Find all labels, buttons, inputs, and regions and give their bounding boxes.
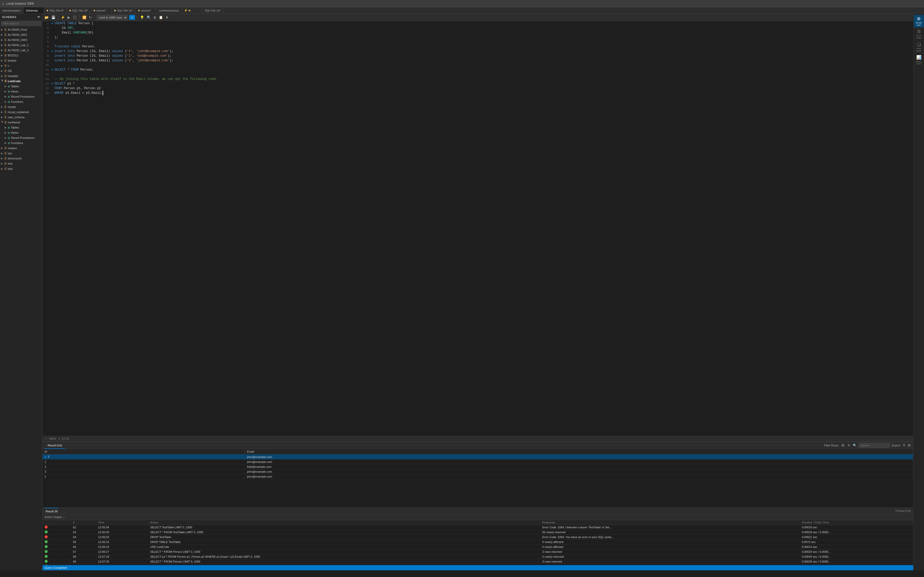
tree-item-leetcode-tables[interactable]: ▶ ⊞ Tables [3, 84, 42, 89]
tab-sqlfile12[interactable]: SQL File 12* [111, 7, 136, 14]
save-file-btn[interactable]: 💾 [51, 15, 56, 20]
tree-item-techcrunch[interactable]: ▶ 🗄 techcrunch [0, 156, 42, 161]
tree-item-new-schema[interactable]: ▶ 🗄 new_schema [0, 114, 42, 120]
tree-item-c[interactable]: ▶ 🗄 c [0, 63, 42, 68]
right-panel-query-stats-btn[interactable]: 📊 Query Stats [914, 53, 924, 66]
tab-sqlfile10b[interactable]: SQL File 10* [202, 7, 223, 14]
query-toolbar: 📂 💾 ⚡ ▶ ⬛ 🔀 ↻ Limit to 1000 rows ✓ 💡 🔍 ⊞… [42, 14, 913, 21]
tree-item-northwind-tables[interactable]: ▶ ⊞ Tables [3, 125, 42, 130]
tree-item-test[interactable]: ▶ 🗄 test [0, 161, 42, 166]
cell-id: 1 [42, 474, 245, 479]
tab-xtreme1[interactable]: xtreme* [91, 7, 111, 14]
sidebar-search-container [0, 20, 42, 27]
db-icon: 🗄 [4, 147, 7, 150]
right-panel-result-grid-btn[interactable]: ⊞ Result Grid [914, 15, 924, 27]
tree-item-hospital[interactable]: ▶ 🗄 Hospital [0, 73, 42, 79]
tab-schemas[interactable]: Schemas [23, 7, 44, 14]
tree-item-aly6030lab1[interactable]: ▶ 🗄 ALY6030_Lab_1 [0, 42, 42, 48]
open-file-btn[interactable]: 📂 [44, 15, 49, 20]
table-row[interactable]: 3 john@example.com [42, 469, 913, 474]
stop-btn[interactable]: ⬛ [72, 15, 78, 20]
zoom-in-btn[interactable]: + [58, 437, 60, 441]
tree-item-aly6030final[interactable]: ▶ 🗄 ALY6030_Final [0, 27, 42, 32]
tab-result-grid[interactable]: Result Grid [45, 442, 65, 449]
table-row[interactable]: 1 john@example.com [42, 474, 913, 479]
editor-line-16: 16 WHERE p1.Email = p2.Email; [42, 91, 913, 95]
tree-item-leetcode-storedprocs[interactable]: ▶ ⊞ Stored Procedures [3, 94, 42, 99]
format-btn[interactable]: 🔍 [146, 15, 151, 20]
tree-arrow: ▶ [5, 85, 7, 88]
tab-northwind[interactable]: northwindmysql [156, 7, 181, 14]
tree-label: Views [11, 90, 18, 93]
action-header-arrow: ⌄ [63, 515, 65, 519]
tree-item-leetcode[interactable]: ▶ 🗄 LeetCode [0, 79, 42, 84]
tree-arrow: ▶ [5, 100, 7, 103]
table-row[interactable]: ▶3 john@example.com [42, 455, 913, 459]
result-search-input[interactable] [859, 443, 890, 448]
tree-item-mysql-explained[interactable]: ▶ 🗄 mysql_explained [0, 110, 42, 114]
tree-item-northwind[interactable]: ▶ 🗄 northwind [0, 120, 42, 125]
import-btn[interactable]: ⬇ [165, 15, 169, 20]
zoom-level: 100% [49, 437, 56, 440]
search-icon: 🔍 [853, 443, 857, 447]
tree-item-aly6030hw2[interactable]: ▶ 🗄 ALY6030_HW2 [0, 32, 42, 37]
tab-modified-dot [114, 10, 116, 11]
export-btn[interactable]: ⬇ [903, 443, 905, 447]
editor[interactable]: 1 ● CREATE TABLE Person { 2 Id INT, 3 Em… [42, 21, 913, 436]
tree-item-northwind-functions[interactable]: ▶ ⊞ Functions [3, 140, 42, 145]
result-table: Id Email ▶3 john@example.com 1 john@exam… [42, 449, 913, 479]
table-row[interactable]: 2 bob@example.com [42, 464, 913, 469]
tab-modified-dot [69, 10, 71, 11]
sidebar-search-input[interactable] [1, 21, 41, 26]
refresh-btn[interactable]: ↻ [89, 15, 92, 20]
run-btn[interactable]: ⚡ [60, 15, 66, 20]
limit-select[interactable]: Limit to 1000 rows [97, 15, 128, 20]
tree-item-northwind-storedprocs[interactable]: ▶ ⊞ Stored Procedures [3, 135, 42, 140]
tree-label: ALY6030_Final [8, 28, 27, 31]
zoom-out-btn[interactable]: − [45, 437, 47, 441]
tab-administration[interactable]: Administration [0, 7, 23, 14]
zoom-bar: − 100% + 27:16 [42, 436, 913, 442]
limit-toggle-btn[interactable]: ✓ [129, 15, 135, 20]
tab-sqlfile10a[interactable]: SQL File 10* [67, 7, 91, 14]
result-tabs-bottom: Result 39 ℹ Read Only [42, 508, 913, 514]
tree-item-recipes[interactable]: ▶ 🗄 recipes [0, 145, 42, 151]
run-selected-btn[interactable]: ▶ [67, 15, 71, 20]
tree-item-aly6030lab2[interactable]: ▶ 🗄 ALY6030_Lab_2 [0, 48, 42, 53]
response-cell: 5 row(s) returned [540, 554, 800, 559]
right-panel-field-types-btn[interactable]: ❏ Field Types [914, 41, 924, 53]
tree-item-ge[interactable]: ▶ 🗄 GE [0, 68, 42, 73]
line-dot-active: ● [51, 81, 53, 86]
tree-item-aly6030hw3[interactable]: ▶ 🗄 ALY6030_HW3 [0, 37, 42, 42]
tab-modified-dot [138, 10, 140, 11]
table-row[interactable]: 1 john@example.com [42, 459, 913, 464]
tab-xtreme2[interactable]: xtreme* [136, 7, 156, 14]
response-cell: 92 row(s) returned [540, 530, 800, 535]
status-cell [42, 535, 71, 540]
history-btn[interactable]: 📋 [158, 15, 163, 20]
result-tab-39[interactable]: Result 39 [45, 508, 58, 514]
tree-item-sys[interactable]: ▶ 🗄 sys [0, 151, 42, 156]
tab-lightning[interactable]: ⚡ [181, 7, 202, 14]
tree-item-leetcode-views[interactable]: ▶ ⊞ Views [3, 89, 42, 94]
tree-item-bos311[interactable]: ▶ 🗄 BOS311 [0, 53, 42, 58]
filter-clear-btn[interactable]: ✕ [847, 443, 851, 448]
tree-item-tmp[interactable]: ▶ 🗄 tmp [0, 166, 42, 171]
beautify-btn[interactable]: ⊞ [153, 15, 157, 20]
home-icon[interactable]: ⌂ [2, 2, 4, 6]
tree-item-mysite[interactable]: ▶ 🗄 mysite [0, 104, 42, 110]
result-layout-btn[interactable]: ⊞ [907, 443, 911, 448]
db-icon: 🗄 [4, 44, 7, 47]
tree-arrow: ▶ [1, 49, 3, 52]
action-cell: DROP TestTable [148, 535, 540, 540]
right-panel-form-editor-btn[interactable]: ☰ Form Editor [914, 28, 924, 40]
toggle-btn[interactable]: 🔀 [82, 15, 87, 20]
filter-btn[interactable]: ⊞ [841, 443, 845, 448]
tree-item-northwind-views[interactable]: ▶ ⊞ Views [3, 130, 42, 135]
explain-btn[interactable]: 💡 [139, 15, 145, 20]
tree-item-bosbot[interactable]: ▶ 🗄 bosbot [0, 58, 42, 63]
tab-sqlfile8[interactable]: SQL File 8* [44, 7, 67, 14]
num-cell: 64 [71, 535, 96, 540]
sidebar-collapse-btn[interactable]: ≪ [37, 15, 40, 19]
tree-item-leetcode-functions[interactable]: ▶ ⊞ Functions [3, 99, 42, 104]
